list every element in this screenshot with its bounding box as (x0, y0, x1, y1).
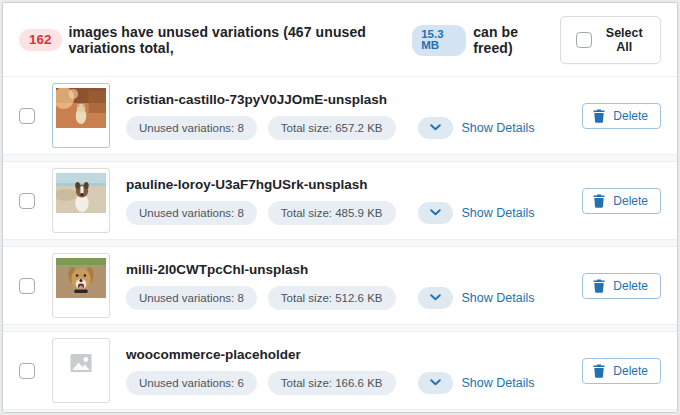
summary-text-mid: images have unused variations (467 unuse… (69, 24, 406, 56)
thumbnail-image (56, 258, 106, 298)
delete-button[interactable]: Delete (582, 103, 661, 129)
image-row: milli-2l0CWTpcChI-unsplash Unused variat… (3, 246, 677, 325)
total-size-badge: Total size: 657.2 KB (268, 116, 396, 140)
image-filename: pauline-loroy-U3aF7hgUSrk-unsplash (126, 177, 570, 192)
row-checkbox[interactable] (19, 278, 35, 294)
trash-icon (593, 109, 605, 123)
delete-button-label: Delete (613, 364, 648, 378)
row-checkbox[interactable] (19, 108, 35, 124)
unused-variations-badge: Unused variations: 6 (126, 371, 257, 395)
delete-button[interactable]: Delete (582, 358, 661, 384)
row-main: woocommerce-placeholder Unused variation… (126, 347, 570, 395)
row-main: pauline-loroy-U3aF7hgUSrk-unsplash Unuse… (126, 177, 570, 225)
delete-button-label: Delete (613, 194, 648, 208)
unused-variations-badge: Unused variations: 8 (126, 286, 257, 310)
thumbnail-image (56, 343, 106, 383)
row-checkbox[interactable] (19, 193, 35, 209)
summary-text-end: can be freed) (473, 24, 546, 56)
expand-details-button[interactable] (418, 117, 453, 139)
freed-size-badge: 15.3 MB (412, 25, 466, 56)
image-thumbnail (52, 168, 110, 233)
row-meta: Unused variations: 8 Total size: 485.9 K… (126, 201, 570, 225)
expand-details-button[interactable] (418, 202, 453, 224)
unused-variations-badge: Unused variations: 8 (126, 201, 257, 225)
show-details-link[interactable]: Show Details (462, 291, 535, 305)
expand-details-button[interactable] (418, 372, 453, 394)
thumbnail-image (56, 173, 106, 213)
row-main: milli-2l0CWTpcChI-unsplash Unused variat… (126, 262, 570, 310)
image-thumbnail (52, 253, 110, 318)
image-count-badge: 162 (19, 29, 62, 51)
total-size-badge: Total size: 166.6 KB (268, 371, 396, 395)
chevron-down-icon (430, 379, 441, 386)
chevron-down-icon (430, 209, 441, 216)
image-row: woocommerce-placeholder Unused variation… (3, 331, 677, 410)
image-thumbnail (52, 338, 110, 403)
unused-variations-badge: Unused variations: 8 (126, 116, 257, 140)
row-main: cristian-castillo-73pyV0JJOmE-unsplash U… (126, 92, 570, 140)
delete-button[interactable]: Delete (582, 273, 661, 299)
image-filename: milli-2l0CWTpcChI-unsplash (126, 262, 570, 277)
summary-header: 162 images have unused variations (467 u… (3, 3, 677, 76)
image-row: pauline-loroy-U3aF7hgUSrk-unsplash Unuse… (3, 161, 677, 240)
show-details-link[interactable]: Show Details (462, 121, 535, 135)
row-meta: Unused variations: 8 Total size: 512.6 K… (126, 286, 570, 310)
trash-icon (593, 194, 605, 208)
expand-details-button[interactable] (418, 287, 453, 309)
delete-button[interactable]: Delete (582, 188, 661, 214)
image-filename: cristian-castillo-73pyV0JJOmE-unsplash (126, 92, 570, 107)
thumbnail-image (56, 88, 106, 128)
chevron-down-icon (430, 124, 441, 131)
row-meta: Unused variations: 8 Total size: 657.2 K… (126, 116, 570, 140)
select-all-label: Select All (603, 26, 645, 54)
total-size-badge: Total size: 485.9 KB (268, 201, 396, 225)
image-thumbnail (52, 83, 110, 148)
image-filename: woocommerce-placeholder (126, 347, 570, 362)
row-checkbox[interactable] (19, 363, 35, 379)
total-size-badge: Total size: 512.6 KB (268, 286, 396, 310)
unused-variations-panel: 162 images have unused variations (467 u… (2, 2, 678, 413)
delete-button-label: Delete (613, 279, 648, 293)
image-row: cristian-castillo-73pyV0JJOmE-unsplash U… (3, 76, 677, 155)
trash-icon (593, 279, 605, 293)
delete-button-label: Delete (613, 109, 648, 123)
trash-icon (593, 364, 605, 378)
chevron-down-icon (430, 294, 441, 301)
row-meta: Unused variations: 6 Total size: 166.6 K… (126, 371, 570, 395)
select-all-checkbox[interactable] (576, 32, 592, 48)
show-details-link[interactable]: Show Details (462, 376, 535, 390)
show-details-link[interactable]: Show Details (462, 206, 535, 220)
image-list: cristian-castillo-73pyV0JJOmE-unsplash U… (3, 76, 677, 413)
select-all-button[interactable]: Select All (560, 16, 661, 64)
